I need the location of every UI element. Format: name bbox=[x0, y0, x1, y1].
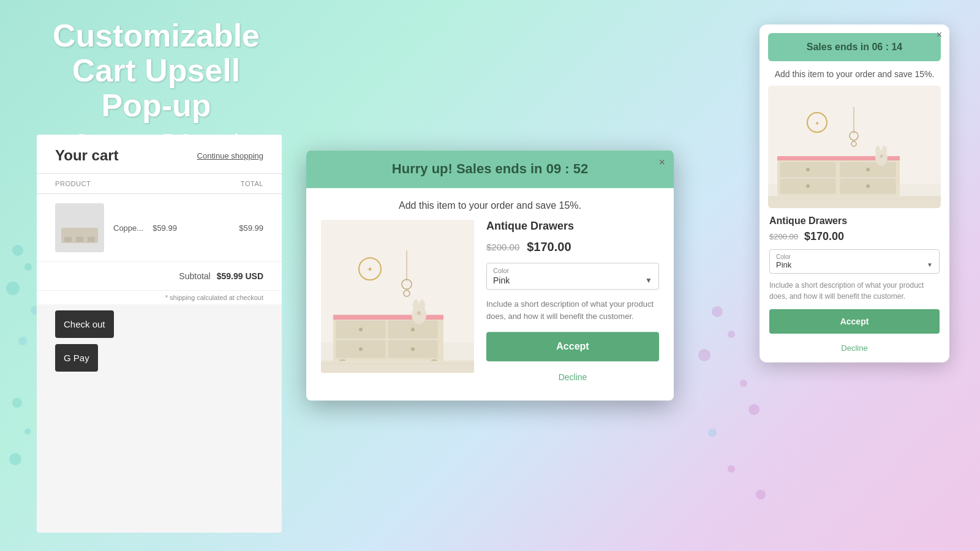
popup-color-label: Color bbox=[493, 268, 652, 275]
svg-point-40 bbox=[866, 184, 870, 188]
popup-subtitle: Add this item to your order and save 15%… bbox=[306, 188, 674, 220]
svg-point-14 bbox=[359, 348, 363, 351]
main-title: Customizable Cart Upsell Pop-up bbox=[37, 18, 276, 124]
checkout-button[interactable]: Check out bbox=[55, 310, 114, 338]
popup-product-name: Antique Drawers bbox=[486, 220, 659, 233]
mobile-prices: $200.00 $170.00 bbox=[760, 230, 949, 249]
popup-decline-button[interactable]: Decline bbox=[486, 367, 659, 389]
cart-header: Your cart Continue shopping bbox=[37, 135, 282, 174]
svg-point-45 bbox=[880, 154, 883, 157]
popup-close-button[interactable]: × bbox=[658, 156, 665, 169]
cart-table-header: PRODUCT TOTAL bbox=[37, 174, 282, 194]
mobile-new-price: $170.00 bbox=[804, 230, 844, 243]
mobile-select-row: Pink ▼ bbox=[776, 260, 933, 269]
chevron-down-icon: ▼ bbox=[645, 277, 652, 285]
svg-text:✦: ✦ bbox=[815, 120, 820, 127]
popup-prices: $200.00 $170.00 bbox=[486, 241, 659, 255]
cart-item-total: $59.99 bbox=[239, 223, 263, 233]
mobile-product-name: Antique Drawers bbox=[760, 208, 949, 230]
popup-color-select[interactable]: Color Pink ▼ bbox=[486, 263, 659, 290]
svg-point-12 bbox=[359, 328, 363, 332]
mobile-color-select[interactable]: Color Pink ▼ bbox=[769, 249, 940, 274]
mobile-close-button[interactable]: × bbox=[937, 29, 942, 40]
cart-item-name: Coppe... bbox=[113, 223, 143, 233]
cart-page: Your cart Continue shopping PRODUCT TOTA… bbox=[37, 135, 282, 533]
cart-item-price: $59.99 bbox=[153, 223, 177, 233]
pay-button[interactable]: G Pay bbox=[55, 344, 98, 372]
popup-product-image: ✦ bbox=[321, 220, 474, 373]
cart-item-row: Coppe... $59.99 $59.99 bbox=[37, 194, 282, 262]
cart-title: Your cart bbox=[55, 147, 119, 164]
svg-point-15 bbox=[411, 348, 415, 351]
svg-rect-51 bbox=[768, 196, 941, 208]
svg-point-21 bbox=[419, 300, 425, 312]
svg-rect-4 bbox=[88, 237, 95, 242]
subtotal-label: Subtotal bbox=[179, 271, 210, 281]
subtotal-value: $59.99 USD bbox=[217, 271, 263, 281]
popup-body: ✦ Antique Drawers $200.00 $170.00 Color … bbox=[306, 220, 674, 401]
mobile-accept-button[interactable]: Accept bbox=[769, 309, 940, 334]
svg-text:✦: ✦ bbox=[367, 266, 373, 274]
popup-old-price: $200.00 bbox=[486, 242, 519, 253]
continue-shopping-link[interactable]: Continue shopping bbox=[197, 151, 263, 160]
mobile-color-label: Color bbox=[776, 253, 933, 260]
svg-point-38 bbox=[866, 168, 870, 171]
mobile-color-value: Pink bbox=[776, 260, 791, 269]
mobile-description: Include a short description of what your… bbox=[760, 280, 949, 309]
popup-accept-button[interactable]: Accept bbox=[486, 332, 659, 362]
popup-description: Include a short description of what your… bbox=[486, 299, 659, 323]
svg-rect-3 bbox=[76, 237, 83, 242]
svg-point-39 bbox=[806, 184, 810, 188]
cart-shipping-note: * shipping calculated at checkout bbox=[37, 291, 282, 304]
mobile-product-image: ✦ bbox=[768, 86, 941, 208]
mobile-old-price: $200.00 bbox=[769, 232, 798, 241]
svg-point-13 bbox=[411, 328, 415, 332]
mobile-timer-text: Sales ends in 06 : 14 bbox=[807, 42, 903, 52]
svg-point-37 bbox=[806, 168, 810, 171]
svg-point-22 bbox=[417, 312, 421, 315]
mobile-preview: × Sales ends in 06 : 14 Add this item to… bbox=[760, 24, 949, 362]
total-col-header: TOTAL bbox=[241, 180, 263, 187]
popup-timer-text: Hurry up! Sales ends in 09 : 52 bbox=[392, 161, 588, 176]
svg-point-44 bbox=[882, 146, 887, 156]
popup-timer-bar: Hurry up! Sales ends in 09 : 52 bbox=[306, 150, 674, 188]
mobile-decline-button[interactable]: Decline bbox=[760, 339, 949, 358]
popup-new-price: $170.00 bbox=[527, 241, 571, 255]
mobile-chevron-down-icon: ▼ bbox=[927, 261, 933, 268]
svg-rect-2 bbox=[64, 237, 72, 242]
cart-subtotal: Subtotal $59.99 USD bbox=[37, 262, 282, 291]
product-col-header: PRODUCT bbox=[55, 180, 91, 187]
svg-point-43 bbox=[875, 146, 880, 156]
popup-select-row: Pink ▼ bbox=[493, 276, 652, 286]
svg-rect-28 bbox=[321, 361, 474, 373]
popup-product-details: Antique Drawers $200.00 $170.00 Color Pi… bbox=[486, 220, 659, 389]
popup-modal: × Hurry up! Sales ends in 09 : 52 Add th… bbox=[306, 150, 674, 400]
popup-color-value: Pink bbox=[493, 276, 510, 286]
mobile-timer-bar: Sales ends in 06 : 14 bbox=[768, 33, 941, 61]
svg-point-20 bbox=[413, 300, 419, 312]
mobile-subtitle: Add this item to your order and save 15%… bbox=[760, 61, 949, 86]
cart-item-thumbnail bbox=[55, 203, 104, 252]
svg-rect-18 bbox=[333, 315, 443, 320]
